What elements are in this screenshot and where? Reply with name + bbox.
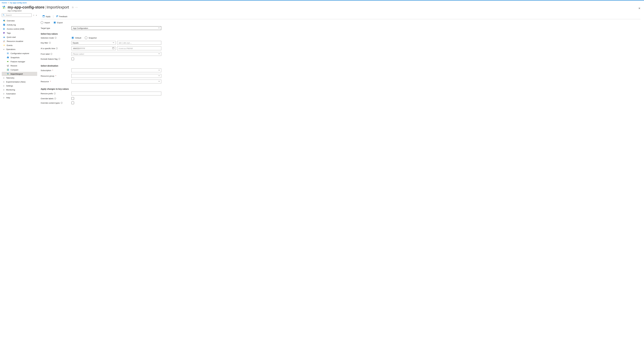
close-icon[interactable]: ✕ xyxy=(638,7,640,10)
overview-icon xyxy=(3,20,5,22)
info-icon[interactable]: i xyxy=(49,42,51,44)
snapshots-icon xyxy=(7,56,9,59)
configuration-explorer-icon xyxy=(7,52,9,55)
resource-type-label: App Configuration xyxy=(8,10,78,12)
selection-mode-snapshot-radio[interactable]: Snapshot xyxy=(85,37,96,39)
sidebar-item-quick-start[interactable]: Quick start xyxy=(2,35,37,39)
remove-prefix-input-wrapper xyxy=(72,92,161,95)
override-labels-checkbox[interactable] xyxy=(72,97,74,100)
info-icon[interactable]: i xyxy=(61,102,62,104)
sidebar-item-feature-manager[interactable]: Feature manager xyxy=(2,60,37,64)
svg-rect-28 xyxy=(43,15,44,16)
expand-icon[interactable]: ◇ xyxy=(33,14,34,16)
sidebar-item-label: Access control (IAM) xyxy=(7,28,24,30)
time-input[interactable] xyxy=(118,47,160,50)
tags-icon xyxy=(3,32,5,34)
info-icon[interactable]: i xyxy=(50,53,52,55)
sidebar-group-telemetry[interactable]: Telemetry xyxy=(2,76,37,80)
sidebar-item-label: Overview xyxy=(7,20,15,22)
chevron-right-icon xyxy=(3,81,5,83)
chevron-down-icon xyxy=(3,49,5,50)
sidebar-item-resource-visualizer[interactable]: Resource visualizer xyxy=(2,39,37,43)
sidebar-group-monitoring[interactable]: Monitoring xyxy=(2,88,37,92)
info-icon[interactable]: i xyxy=(54,98,56,99)
breadcrumb-resource[interactable]: my-app-config-store xyxy=(10,2,27,4)
override-content-types-checkbox[interactable] xyxy=(72,102,74,104)
sidebar-group-experimentation[interactable]: Experimentation (New) xyxy=(2,80,37,84)
page-header: my-app-config-store | Import/export ☆ ··… xyxy=(0,5,644,13)
sidebar-item-tags[interactable]: Tags xyxy=(2,31,37,35)
date-input[interactable] xyxy=(73,47,114,50)
chevron-down-icon xyxy=(158,27,160,29)
breadcrumb-separator-icon: > xyxy=(8,2,9,4)
sidebar-item-overview[interactable]: Overview xyxy=(2,19,37,23)
select-key-values-heading: Select key-values xyxy=(41,33,640,35)
chevron-down-icon xyxy=(112,42,114,44)
chevron-right-icon xyxy=(3,97,5,99)
sidebar-item-snapshots[interactable]: Snapshots xyxy=(2,55,37,60)
chevron-down-icon xyxy=(158,69,160,72)
breadcrumb-home[interactable]: Home xyxy=(2,2,7,4)
resource-label: Resource* xyxy=(41,80,72,83)
remove-prefix-input[interactable] xyxy=(73,92,160,95)
resource-select[interactable] xyxy=(72,80,161,83)
sidebar-search[interactable] xyxy=(2,13,32,17)
sidebar-item-compare[interactable]: Compare xyxy=(2,68,37,72)
info-icon[interactable]: i xyxy=(56,48,58,49)
export-radio[interactable]: Export xyxy=(54,21,63,24)
svg-point-10 xyxy=(4,28,5,29)
svg-point-11 xyxy=(4,32,4,33)
favorite-icon[interactable]: ☆ xyxy=(72,6,74,9)
info-icon[interactable]: i xyxy=(55,37,56,39)
time-input-wrapper xyxy=(117,47,161,50)
svg-rect-30 xyxy=(112,48,114,49)
more-icon[interactable]: ··· xyxy=(76,6,78,9)
sidebar-search-input[interactable] xyxy=(6,14,30,17)
sidebar-item-activity-log[interactable]: Activity log xyxy=(2,23,37,27)
import-radio[interactable]: Import xyxy=(41,21,50,24)
resource-group-select[interactable] xyxy=(72,74,161,78)
search-icon xyxy=(3,14,4,16)
radio-label: Default xyxy=(75,37,81,39)
sidebar-item-access-control[interactable]: Access control (IAM) xyxy=(2,27,37,31)
subscription-label: Subscription* xyxy=(41,69,72,72)
sidebar-group-automation[interactable]: Automation xyxy=(2,92,37,96)
svg-point-0 xyxy=(3,14,4,15)
svg-point-4 xyxy=(4,21,5,22)
svg-point-22 xyxy=(8,57,8,58)
sidebar-item-restore[interactable]: Restore xyxy=(2,64,37,68)
info-icon[interactable]: i xyxy=(58,58,60,60)
exclude-feature-flag-checkbox[interactable] xyxy=(72,58,74,60)
sidebar-item-import-export[interactable]: Import/export xyxy=(2,72,37,76)
info-icon[interactable]: i xyxy=(54,93,56,94)
subscription-select[interactable] xyxy=(72,68,161,72)
compare-icon xyxy=(7,69,9,71)
activity-log-icon xyxy=(3,24,5,26)
exclude-feature-flag-label: Exclude feature flag i xyxy=(41,58,72,60)
main-content: Apply Feedback Import Export Target type xyxy=(37,13,644,112)
apply-button[interactable]: Apply xyxy=(41,15,52,19)
collapse-icon[interactable]: « xyxy=(36,14,37,16)
selection-mode-default-radio[interactable]: Default xyxy=(72,37,81,39)
sidebar-item-events[interactable]: Events xyxy=(2,43,37,47)
sidebar-item-label: Feature manager xyxy=(10,61,25,63)
date-input-wrapper xyxy=(72,47,116,50)
sidebar-group-operations[interactable]: Operations xyxy=(2,47,37,51)
sidebar-item-label: Import/export xyxy=(10,73,23,75)
feedback-button[interactable]: Feedback xyxy=(54,15,69,19)
sidebar-group-help[interactable]: Help xyxy=(2,96,37,100)
svg-line-1 xyxy=(4,15,4,16)
sidebar-item-label: Restore xyxy=(10,65,17,67)
key-filter-value-input-wrapper xyxy=(117,41,161,45)
key-filter-value-input[interactable] xyxy=(118,42,160,44)
svg-rect-19 xyxy=(8,54,9,54)
sidebar-item-label: Quick start xyxy=(7,36,16,38)
sidebar-group-label: Help xyxy=(6,97,10,99)
calendar-icon[interactable] xyxy=(112,47,114,50)
target-type-select[interactable]: App Configuration xyxy=(72,26,161,30)
sidebar-item-configuration-explorer[interactable]: Configuration explorer xyxy=(2,51,37,55)
sidebar-group-settings[interactable]: Settings xyxy=(2,84,37,88)
selection-mode-label: Selection mode i xyxy=(41,37,72,39)
key-filter-operator-select[interactable]: Equals xyxy=(72,41,116,45)
from-label-select[interactable]: Please select xyxy=(72,52,161,56)
